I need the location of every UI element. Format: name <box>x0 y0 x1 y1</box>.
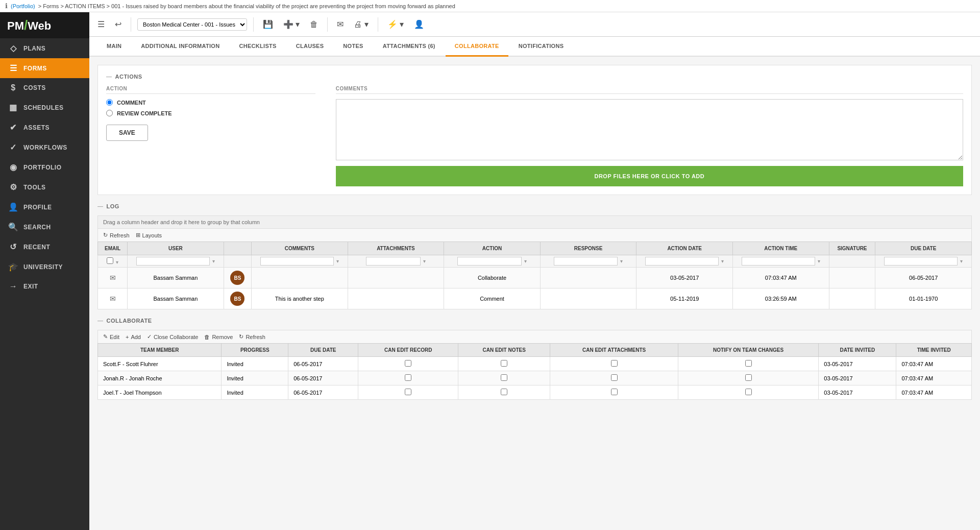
tab-collaborate[interactable]: COLLABORATE <box>446 37 508 57</box>
forms-icon: ☰ <box>8 63 18 73</box>
collab-col-due-date: DUE DATE <box>288 344 358 357</box>
filter-icon-comments[interactable]: ▾ <box>336 258 339 264</box>
log-refresh-button[interactable]: ↻ Refresh <box>103 232 130 238</box>
sidebar-item-workflows[interactable]: ✓ WORKFLOWS <box>0 137 89 157</box>
record-selector[interactable]: Boston Medical Center - 001 - Issues <box>137 18 247 31</box>
collab-row1-notify-team <box>678 357 818 371</box>
sidebar-item-plans[interactable]: ◇ PLANS <box>0 38 89 58</box>
filter-response-input[interactable] <box>554 257 618 266</box>
collab-refresh-button[interactable]: ↻ Refresh <box>239 333 265 340</box>
tab-notifications[interactable]: NOTIFICATIONS <box>509 37 573 57</box>
portfolio-icon: ◉ <box>8 162 18 172</box>
tab-attachments[interactable]: ATTACHMENTS (6) <box>374 37 445 57</box>
filter-icon-user[interactable]: ▾ <box>212 258 215 264</box>
automate-button[interactable]: ⚡ ▾ <box>384 17 407 31</box>
tab-checklists[interactable]: CHECKLISTS <box>230 37 285 57</box>
sidebar-item-label: PROFILE <box>23 204 52 211</box>
collab-row3-edit-record-checkbox[interactable] <box>405 389 411 395</box>
radio-review-input[interactable] <box>106 110 113 116</box>
collab-row1-edit-notes-checkbox[interactable] <box>501 360 507 367</box>
sidebar-item-assets[interactable]: ✔ ASSETS <box>0 117 89 137</box>
collab-row2-edit-attach-checkbox[interactable] <box>611 374 618 381</box>
sidebar-item-tools[interactable]: ⚙ TOOLS <box>0 177 89 197</box>
print-button[interactable]: 🖨 ▾ <box>351 17 371 31</box>
collab-remove-button[interactable]: 🗑 Remove <box>204 334 233 340</box>
tab-additional[interactable]: ADDITIONAL INFORMATION <box>132 37 229 57</box>
sidebar-item-label: UNIVERSITY <box>23 263 63 271</box>
collab-row2-notify-checkbox[interactable] <box>745 374 752 381</box>
collab-row2-edit-record-checkbox[interactable] <box>405 374 411 381</box>
tab-clauses[interactable]: CLAUSES <box>287 37 333 57</box>
undo-button[interactable]: ↩ <box>112 17 125 31</box>
collab-edit-button[interactable]: ✎ Edit <box>103 333 119 340</box>
tab-notes[interactable]: NOTES <box>334 37 372 57</box>
filter-icon-attachments[interactable]: ▾ <box>423 258 426 264</box>
sidebar-item-profile[interactable]: 👤 PROFILE <box>0 197 89 217</box>
collab-row2-edit-notes-checkbox[interactable] <box>501 374 507 381</box>
log-layouts-button[interactable]: ⊞ Layouts <box>136 232 162 238</box>
radio-comment[interactable]: COMMENT <box>106 99 315 106</box>
tabs: MAIN ADDITIONAL INFORMATION CHECKLISTS C… <box>89 37 980 57</box>
filter-icon[interactable]: ▾ <box>116 259 118 265</box>
row1-action-time: 07:03:47 AM <box>732 268 829 288</box>
menu-button[interactable]: ☰ <box>94 17 108 31</box>
collab-row1-edit-attach-checkbox[interactable] <box>611 360 618 367</box>
sidebar-item-exit[interactable]: → EXIT <box>0 277 89 296</box>
top-bar: ℹ (Portfolio) > Forms > ACTION ITEMS > 0… <box>0 0 980 12</box>
sidebar-item-forms[interactable]: ☰ FORMS <box>0 58 89 78</box>
collab-row1-can-edit-record <box>358 357 458 371</box>
sidebar-item-label: RECENT <box>23 244 50 251</box>
delete-button[interactable]: 🗑 <box>307 18 321 31</box>
tab-main[interactable]: MAIN <box>97 37 131 57</box>
sidebar-item-schedules[interactable]: ▦ SCHEDULES <box>0 98 89 117</box>
collab-add-button[interactable]: + Add <box>126 334 141 340</box>
sidebar-item-portfolio[interactable]: ◉ PORTFOLIO <box>0 157 89 177</box>
filter-icon-action[interactable]: ▾ <box>524 258 527 264</box>
collab-row1-edit-record-checkbox[interactable] <box>405 360 411 367</box>
recent-icon: ↺ <box>8 242 18 252</box>
filter-action-date-input[interactable] <box>645 257 719 266</box>
collab-row3-edit-notes-checkbox[interactable] <box>501 389 507 395</box>
filter-due-date-input[interactable] <box>884 257 958 266</box>
filter-icon-response[interactable]: ▾ <box>620 258 623 264</box>
email-button[interactable]: ✉ <box>334 17 347 31</box>
col-response: RESPONSE <box>540 242 636 255</box>
filter-icon-action-date[interactable]: ▾ <box>721 258 724 264</box>
filter-comments-input[interactable] <box>260 257 334 266</box>
save-action-button[interactable]: SAVE <box>106 125 148 141</box>
collab-row2-team-member: Jonah.R - Jonah Roche <box>98 371 222 386</box>
filter-checkbox[interactable] <box>107 257 113 264</box>
collab-row2-can-edit-attachments <box>550 371 678 386</box>
filter-attachments-input[interactable] <box>366 257 421 266</box>
collab-row3-edit-attach-checkbox[interactable] <box>611 389 618 395</box>
user-button[interactable]: 👤 <box>411 17 427 31</box>
sidebar-item-university[interactable]: 🎓 UNIVERSITY <box>0 257 89 277</box>
sidebar-item-costs[interactable]: $ COSTS <box>0 78 89 98</box>
filter-user-input[interactable] <box>136 257 210 266</box>
col-action-date: ACTION DATE <box>636 242 733 255</box>
portfolio-link[interactable]: (Portfolio) <box>11 3 35 9</box>
logo-area: PM/Web <box>0 12 89 38</box>
filter-icon-due-date[interactable]: ▾ <box>960 258 963 264</box>
sidebar-item-recent[interactable]: ↺ RECENT <box>0 237 89 257</box>
collab-row1-date-invited: 03-05-2017 <box>819 357 896 371</box>
workflows-icon: ✓ <box>8 142 18 152</box>
sidebar-item-search[interactable]: 🔍 SEARCH <box>0 217 89 237</box>
breadcrumb-text: > Forms > ACTION ITEMS > 001 - Issues ra… <box>38 3 455 9</box>
drop-zone[interactable]: DROP FILES HERE OR CLICK TO ADD <box>336 166 963 186</box>
filter-action-input[interactable] <box>457 257 522 266</box>
add-button[interactable]: ➕ ▾ <box>280 17 303 31</box>
add-icon: + <box>126 334 129 340</box>
collab-row1-notify-checkbox[interactable] <box>745 360 752 367</box>
radio-comment-input[interactable] <box>106 99 113 106</box>
collab-row3-notify-checkbox[interactable] <box>745 389 752 395</box>
row2-response <box>540 288 636 309</box>
radio-review[interactable]: REVIEW COMPLETE <box>106 110 315 116</box>
collab-row2-can-edit-record <box>358 371 458 386</box>
save-button[interactable]: 💾 <box>260 17 276 31</box>
toolbar: ☰ ↩ Boston Medical Center - 001 - Issues… <box>89 12 980 37</box>
filter-icon-action-time[interactable]: ▾ <box>818 258 820 264</box>
filter-action-time-input[interactable] <box>742 257 815 266</box>
collab-close-button[interactable]: ✓ Close Collaborate <box>147 333 198 340</box>
comments-textarea[interactable] <box>336 99 963 160</box>
